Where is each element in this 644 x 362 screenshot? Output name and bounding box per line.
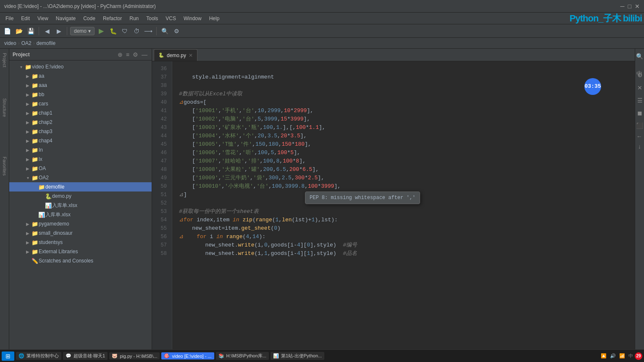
tree-item-demofile[interactable]: 📁 demofile bbox=[9, 182, 152, 191]
menu-window[interactable]: Window bbox=[180, 14, 205, 23]
sidebar-title: Project bbox=[13, 52, 30, 58]
menu-help[interactable]: Help bbox=[206, 14, 223, 23]
taskbar-ie[interactable]: 🌐莱维特控制中心 bbox=[16, 352, 61, 360]
tree-item-aaa[interactable]: ▶ 📁 aaa bbox=[9, 81, 152, 90]
right-panel-1[interactable]: 🔍 bbox=[636, 50, 644, 63]
code-line-46: ['10006','雪花','听',100,5,100*5], bbox=[179, 149, 635, 157]
timer-badge: 03:35 bbox=[584, 78, 601, 95]
tree-item-studentsys[interactable]: ▶ 📁 studentsys bbox=[9, 238, 152, 247]
tree-item-bb[interactable]: ▶ 📁 bb bbox=[9, 90, 152, 99]
back-btn[interactable]: ◀ bbox=[42, 26, 52, 36]
right-panel-5[interactable]: ☰ bbox=[636, 94, 644, 106]
breadcrumb-demofile[interactable]: demofile bbox=[37, 40, 55, 46]
tree-item-small-dino[interactable]: ▶ 📁 small_dinosaur bbox=[9, 228, 152, 238]
code-line-48: ['10008','大果粒','罐',200,6.5,200*6.5], bbox=[179, 165, 635, 174]
tree-item-chap4[interactable]: ▶ 📁 chap4 bbox=[9, 136, 152, 145]
run-config-label: demo bbox=[74, 28, 87, 34]
menu-navigate[interactable]: Navigate bbox=[53, 14, 79, 23]
right-panel-3[interactable]: ⚙ bbox=[636, 69, 644, 81]
tab-demopy[interactable]: 🐍 demo.py ✕ bbox=[154, 49, 197, 61]
menu-refactor[interactable]: Refactor bbox=[100, 14, 125, 23]
taskbar-msb[interactable]: 📚H:\MSB\Python库... bbox=[216, 352, 269, 360]
project-icon[interactable]: Project bbox=[1, 50, 8, 70]
favorites-icon[interactable]: Favorites bbox=[1, 154, 8, 178]
tree-item-external-libs[interactable]: ▶ 📁 External Libraries bbox=[9, 247, 152, 256]
tree-item-xlsx1[interactable]: 📊 入库单.xlsx bbox=[9, 201, 152, 210]
code-line-44: ['10004','水杯','个',20,3.5,20*3.5], bbox=[179, 132, 635, 140]
tree-item-chap3[interactable]: ▶ 📁 chap3 bbox=[9, 127, 152, 136]
open-btn[interactable]: 📂 bbox=[14, 26, 24, 36]
code-editor[interactable]: 36 37 38 39 40 41 42 43 44 45 46 47 48 4… bbox=[152, 61, 635, 349]
tree-item-cars[interactable]: ▶ 📁 cars bbox=[9, 99, 152, 108]
sidebar-minimize-icon[interactable]: — bbox=[141, 50, 148, 59]
tab-close-btn[interactable]: ✕ bbox=[189, 52, 193, 58]
locate-icon[interactable]: ⊕ bbox=[117, 50, 124, 59]
tree-item-lx[interactable]: ▶ 📁 lx bbox=[9, 155, 152, 164]
code-content[interactable]: style.alignment=alginment #数据可以从Excel中读取… bbox=[172, 61, 635, 349]
tree-item-oa2[interactable]: ▾ 📁 OA2 bbox=[9, 173, 152, 182]
tree-label-small-dino: small_dinosaur bbox=[39, 230, 73, 236]
folder-icon-chap4: 📁 bbox=[31, 138, 39, 144]
run-config-selector[interactable]: demo ▾ bbox=[70, 27, 95, 35]
right-panel-6[interactable]: ◼ bbox=[636, 107, 644, 119]
taskbar-pig[interactable]: 🐷pig.py - H:\MSB\... bbox=[109, 352, 160, 359]
settings-btn[interactable]: ⚙ bbox=[171, 26, 181, 36]
tree-item-in[interactable]: ▶ 📁 In bbox=[9, 145, 152, 155]
right-panel-9[interactable]: → bbox=[636, 142, 644, 152]
minimize-btn[interactable]: ─ bbox=[620, 3, 625, 10]
menu-edit[interactable]: Edit bbox=[18, 14, 33, 23]
save-btn[interactable]: 💾 bbox=[26, 26, 36, 36]
code-line-41: ['10001','手机','台',10,2999,10*2999], bbox=[179, 107, 635, 115]
folder-icon-chap3: 📁 bbox=[31, 129, 39, 135]
tree-label-chap2: chap2 bbox=[39, 119, 53, 125]
tab-bar: 🐍 demo.py ✕ bbox=[152, 49, 635, 61]
collapse-icon[interactable]: ≡ bbox=[125, 50, 130, 59]
tree-label-aa: aa bbox=[39, 73, 44, 79]
tree-item-pygamedemo[interactable]: ▶ 📁 pygamedemo bbox=[9, 219, 152, 228]
tree-item-aa[interactable]: ▶ 📁 aa bbox=[9, 71, 152, 81]
run-config-arrow: ▾ bbox=[88, 28, 91, 34]
taskbar-chat[interactable]: 💬超级音雄·聊天1 bbox=[63, 352, 108, 360]
menu-run[interactable]: Run bbox=[126, 14, 142, 23]
tree-label-external-libs: External Libraries bbox=[39, 249, 78, 254]
profile-btn[interactable]: ⏱ bbox=[131, 26, 142, 36]
tree-item-demopy[interactable]: 🐍 demo.py bbox=[9, 191, 152, 201]
search-btn[interactable]: 🔍 bbox=[160, 26, 170, 36]
right-panel-4[interactable]: ✕ bbox=[636, 82, 644, 94]
taskbar-ppt[interactable]: 📊第1站-出使Python... bbox=[271, 352, 324, 360]
right-panel-7[interactable]: ⬛ bbox=[636, 120, 644, 132]
tree-item-xlsx2[interactable]: 📊 入库单.xlsx bbox=[9, 210, 152, 219]
menu-tools[interactable]: Tools bbox=[143, 14, 161, 23]
right-panel-8[interactable]: ↓ bbox=[636, 133, 644, 141]
right-panel: 🔍 中 ⚙ ✕ ☰ ◼ ⬛ ↓ → bbox=[635, 49, 644, 349]
coverage-btn[interactable]: 🛡 bbox=[120, 26, 130, 36]
run-btn[interactable]: ▶ bbox=[96, 26, 106, 36]
step-over-btn[interactable]: ⟶ bbox=[143, 26, 153, 36]
tree-item-scratches[interactable]: ✏️ Scratches and Consoles bbox=[9, 256, 152, 265]
menu-file[interactable]: File bbox=[2, 14, 17, 23]
menubar: File Edit View Navigate Code Refactor Ru… bbox=[0, 13, 644, 24]
forward-btn[interactable]: ▶ bbox=[54, 26, 64, 36]
taskbar-pycharm[interactable]: 🎯video [E:\video] - ... bbox=[161, 352, 214, 359]
folder-icon-chap2: 📁 bbox=[31, 119, 39, 126]
tree-item-oa[interactable]: ▶ 📁 OA bbox=[9, 164, 152, 173]
sidebar-settings-icon[interactable]: ⚙ bbox=[132, 50, 139, 59]
breadcrumb-video[interactable]: video bbox=[4, 40, 16, 46]
structure-icon[interactable]: Structure bbox=[1, 96, 8, 120]
tree-item-chap2[interactable]: ▶ 📁 chap2 bbox=[9, 118, 152, 127]
tree-item-chap1[interactable]: ▶ 📁 chap1 bbox=[9, 108, 152, 118]
debug-btn[interactable]: 🐛 bbox=[108, 26, 118, 36]
folder-icon-cars: 📁 bbox=[31, 101, 39, 107]
right-panel-2[interactable]: 中 bbox=[635, 63, 644, 68]
tree-label-chap3: chap3 bbox=[39, 129, 53, 134]
tree-item-video[interactable]: ▾ 📁 video E:\video bbox=[9, 62, 152, 71]
start-btn[interactable]: ⊞ bbox=[2, 352, 14, 361]
new-file-btn[interactable]: 📄 bbox=[2, 26, 12, 36]
menu-code[interactable]: Code bbox=[80, 14, 99, 23]
menu-vcs[interactable]: VCS bbox=[162, 14, 179, 23]
maximize-btn[interactable]: □ bbox=[628, 3, 631, 10]
breadcrumb-oa2[interactable]: OA2 bbox=[21, 40, 32, 46]
menu-view[interactable]: View bbox=[34, 14, 52, 23]
code-line-58: new_sheet.write(i,1,goods[i-4][1],style)… bbox=[179, 249, 635, 258]
close-btn[interactable]: ✕ bbox=[635, 3, 640, 10]
